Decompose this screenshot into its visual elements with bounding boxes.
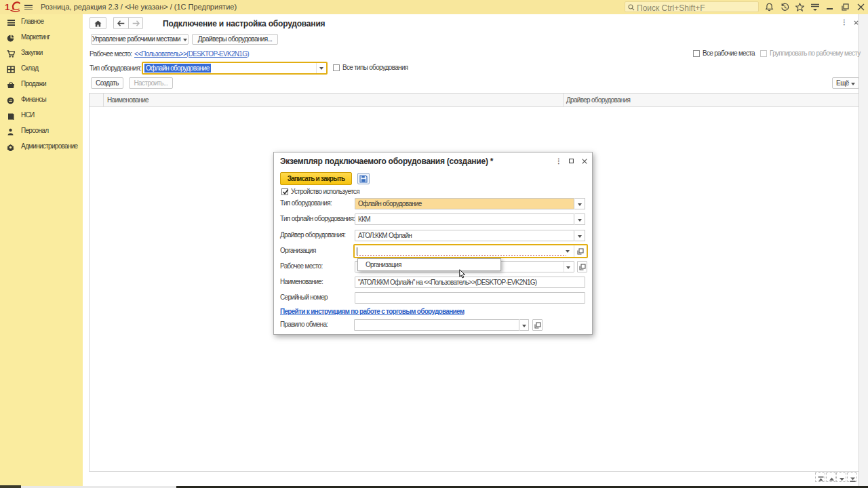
svg-text:1: 1 bbox=[5, 2, 10, 12]
